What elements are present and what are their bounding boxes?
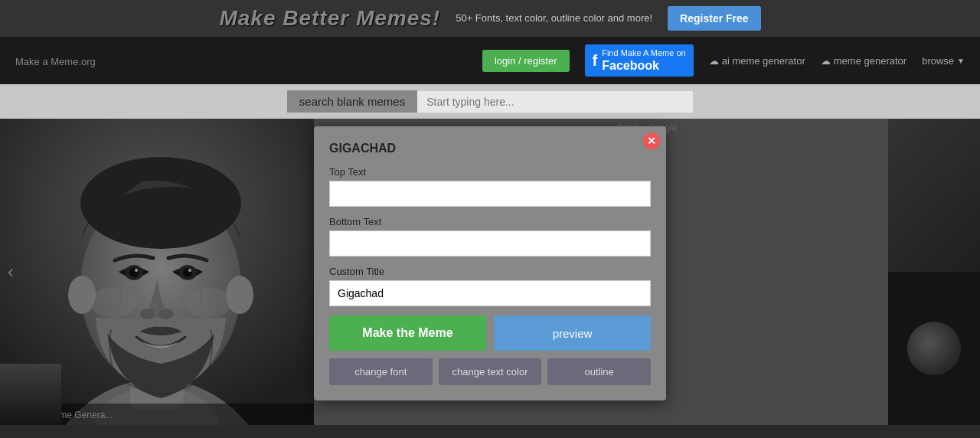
logo-suffix: .org <box>78 56 95 67</box>
make-meme-button[interactable]: Make the Meme <box>329 315 486 351</box>
search-label: search blank memes <box>287 90 417 113</box>
banner-title: Make Better Memes! <box>219 6 440 31</box>
facebook-name: Facebook <box>602 59 659 72</box>
custom-title-label: Custom Title <box>329 266 651 277</box>
logo-main: Make a Meme <box>15 56 78 67</box>
nav-bar: Make a Meme.org login / register f Find … <box>0 37 980 84</box>
meme-gen-link[interactable]: ☁ meme generator <box>821 55 906 67</box>
preview-button[interactable]: preview <box>494 315 651 351</box>
top-banner: Make Better Memes! 50+ Fonts, text color… <box>0 0 980 37</box>
facebook-icon: f <box>593 52 598 70</box>
meme-editor-modal: ✕ GIGACHAD Top Text Bottom Text Custom T… <box>314 126 666 400</box>
site-logo: Make a Meme.org <box>15 53 96 69</box>
change-font-button[interactable]: change font <box>329 358 433 385</box>
bottom-text-input[interactable] <box>329 230 651 257</box>
ai-meme-label: ai meme generator <box>722 55 805 67</box>
search-input[interactable] <box>417 91 693 113</box>
facebook-button[interactable]: f Find Make A Meme on Facebook <box>585 44 694 77</box>
facebook-find: Find Make A Meme on <box>602 48 685 58</box>
top-text-input[interactable] <box>329 181 651 207</box>
modal-overlay: ✕ GIGACHAD Top Text Bottom Text Custom T… <box>0 119 980 425</box>
modal-title: GIGACHAD <box>329 142 651 155</box>
outline-button[interactable]: outline <box>547 358 651 385</box>
change-text-color-button[interactable]: change text color <box>439 358 542 385</box>
facebook-text: Find Make A Meme on Facebook <box>602 48 685 73</box>
cloud-icon: ☁ <box>709 55 719 67</box>
secondary-actions: change font change text color outline <box>329 358 651 385</box>
custom-title-input[interactable] <box>329 280 651 306</box>
primary-actions: Make the Meme preview <box>329 315 651 351</box>
main-area: ‹ <box>0 119 980 425</box>
ai-meme-link[interactable]: ☁ ai meme generator <box>709 55 805 67</box>
modal-close-button[interactable]: ✕ <box>643 132 660 149</box>
login-button[interactable]: login / register <box>482 50 570 72</box>
close-icon: ✕ <box>647 135 656 147</box>
top-text-label: Top Text <box>329 166 651 178</box>
chevron-down-icon: ▼ <box>957 57 965 65</box>
browse-link[interactable]: browse ▼ <box>922 55 965 67</box>
search-bar: search blank memes <box>0 84 980 119</box>
register-button[interactable]: Register Free <box>668 6 760 31</box>
bottom-text-label: Bottom Text <box>329 216 651 227</box>
meme-gen-icon: ☁ <box>821 55 831 67</box>
meme-gen-label: meme generator <box>834 55 906 67</box>
browse-label: browse <box>922 55 954 67</box>
banner-subtitle: 50+ Fonts, text color, outline color and… <box>456 11 652 25</box>
